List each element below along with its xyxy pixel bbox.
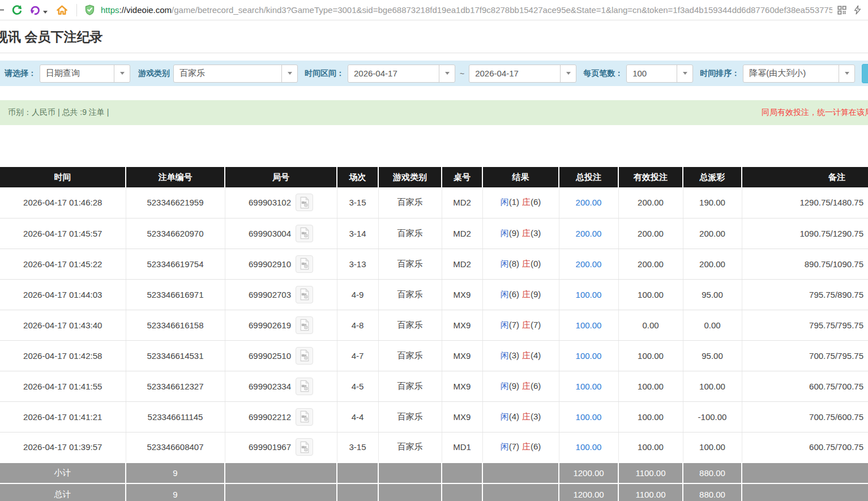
header-bet-id: 注单编号 bbox=[126, 167, 225, 187]
cell-payout: 95.00 bbox=[683, 340, 742, 371]
total-bet-link[interactable]: 100.00 bbox=[576, 351, 602, 361]
total-bet-link[interactable]: 100.00 bbox=[576, 442, 602, 452]
date-to-select[interactable]: 2026-04-17 bbox=[469, 65, 576, 83]
cell-remark: 890.75/1090.75 bbox=[742, 249, 868, 279]
banker-label: 庄 bbox=[522, 228, 531, 238]
player-points: (4) bbox=[509, 412, 519, 421]
player-label: 闲 bbox=[501, 259, 509, 268]
subtotal-label: 小计 bbox=[0, 463, 126, 483]
cell-time: 2026-04-17 01:39:57 bbox=[0, 432, 126, 463]
round-number: 699902212 bbox=[249, 412, 291, 422]
total-bet-link[interactable]: 100.00 bbox=[576, 382, 602, 391]
cell-round: 699902910 bbox=[225, 249, 337, 279]
video-replay-button[interactable] bbox=[296, 378, 313, 395]
cell-session: 4-9 bbox=[337, 279, 378, 310]
player-points: (7) bbox=[509, 320, 519, 329]
cell-total-bet: 100.00 bbox=[559, 279, 618, 310]
video-replay-button[interactable] bbox=[296, 408, 313, 426]
search-button[interactable]: 查询 bbox=[862, 64, 868, 83]
total-bet-link[interactable]: 200.00 bbox=[576, 198, 602, 207]
banker-label: 庄 bbox=[522, 197, 531, 207]
range-separator: ~ bbox=[460, 69, 464, 78]
page-size-select[interactable]: 100 bbox=[626, 65, 693, 83]
cell-total-bet: 100.00 bbox=[559, 371, 618, 401]
banker-label: 庄 bbox=[522, 350, 531, 360]
cell-result: 闲(6)庄(9) bbox=[482, 279, 559, 310]
cell-table-no: MX9 bbox=[442, 371, 482, 401]
sort-select[interactable]: 降幂(由大到小) bbox=[743, 65, 855, 83]
video-replay-button[interactable] bbox=[296, 194, 313, 211]
player-label: 闲 bbox=[501, 320, 509, 329]
query-type-select[interactable]: 日期查询 bbox=[40, 65, 130, 83]
chevron-down-icon bbox=[677, 65, 692, 82]
video-replay-button[interactable] bbox=[296, 255, 313, 273]
total-bet-link[interactable]: 200.00 bbox=[576, 229, 602, 238]
video-file-icon bbox=[299, 227, 310, 239]
cell-game-type: 百家乐 bbox=[378, 279, 442, 310]
security-shield-icon[interactable] bbox=[84, 4, 96, 16]
undo-button[interactable] bbox=[29, 4, 48, 16]
banker-points: (0) bbox=[531, 259, 541, 268]
cell-remark: 700.75/600.75 bbox=[742, 401, 868, 432]
cell-table-no: MX9 bbox=[442, 401, 482, 432]
banker-label: 庄 bbox=[522, 381, 531, 391]
video-file-icon bbox=[299, 380, 310, 392]
cell-valid-bet: 200.00 bbox=[618, 218, 683, 249]
cell-session: 3-15 bbox=[337, 187, 378, 218]
total-bet-link[interactable]: 200.00 bbox=[576, 259, 602, 269]
cell-bet-id: 523346621959 bbox=[126, 187, 225, 218]
qr-code-icon[interactable] bbox=[837, 5, 847, 15]
total-bet-link[interactable]: 100.00 bbox=[576, 412, 602, 422]
total-label: 总计 bbox=[0, 483, 126, 501]
total-row: 总计 9 1200.00 1100.00 880.00 bbox=[0, 483, 868, 501]
cell-game-type: 百家乐 bbox=[378, 371, 442, 401]
page-title: 视讯 会员下注纪录 bbox=[0, 28, 868, 46]
cell-remark: 600.75/700.75 bbox=[742, 371, 868, 401]
table-row: 2026-04-17 01:45:57 523346620970 6999030… bbox=[0, 218, 868, 249]
cell-valid-bet: 100.00 bbox=[618, 279, 683, 310]
cell-round: 699901967 bbox=[225, 432, 337, 463]
cell-session: 3-14 bbox=[337, 218, 378, 249]
cell-payout: 0.00 bbox=[683, 310, 742, 340]
time-range-label: 时间区间： bbox=[305, 68, 344, 79]
video-file-icon bbox=[299, 349, 310, 362]
total-count: 9 bbox=[126, 483, 225, 501]
video-replay-button[interactable] bbox=[296, 438, 313, 456]
total-bet-link[interactable]: 100.00 bbox=[576, 290, 602, 299]
cell-game-type: 百家乐 bbox=[378, 218, 442, 249]
video-replay-button[interactable] bbox=[296, 225, 313, 242]
cell-valid-bet: 100.00 bbox=[618, 401, 683, 432]
video-replay-button[interactable] bbox=[296, 286, 313, 303]
cell-payout: 200.00 bbox=[683, 249, 742, 279]
player-label: 闲 bbox=[501, 228, 509, 238]
banker-label: 庄 bbox=[522, 442, 531, 451]
round-number: 699902703 bbox=[249, 290, 291, 299]
cell-time: 2026-04-17 01:45:57 bbox=[0, 218, 126, 249]
cell-game-type: 百家乐 bbox=[378, 432, 442, 463]
date-to-value: 2026-04-17 bbox=[469, 65, 560, 82]
valid-bet-notice: 同局有效投注，统一计算在该局 bbox=[762, 100, 868, 125]
cell-session: 4-8 bbox=[337, 310, 378, 340]
cell-table-no: MX9 bbox=[442, 279, 482, 310]
cell-payout: 200.00 bbox=[683, 218, 742, 249]
video-replay-button[interactable] bbox=[296, 347, 313, 365]
cell-remark: 700.75/795.75 bbox=[742, 340, 868, 371]
query-type-label: 请选择： bbox=[5, 68, 36, 79]
lightning-icon[interactable] bbox=[853, 5, 862, 15]
video-replay-button[interactable] bbox=[296, 316, 313, 334]
cell-payout: 95.00 bbox=[683, 279, 742, 310]
cell-remark: 795.75/890.75 bbox=[742, 279, 868, 310]
url-path: /game/betrecord_search/kind3?GameType=30… bbox=[172, 5, 832, 15]
clipped-back-menu-icon[interactable] bbox=[0, 9, 4, 11]
game-category-select[interactable]: 百家乐 bbox=[173, 65, 298, 83]
date-from-select[interactable]: 2026-04-17 bbox=[348, 65, 455, 83]
refresh-icon[interactable] bbox=[11, 4, 23, 16]
banker-label: 庄 bbox=[522, 412, 531, 421]
url-bar[interactable]: https://videoie.com/game/betrecord_searc… bbox=[101, 5, 832, 15]
home-icon[interactable] bbox=[55, 3, 69, 16]
cell-valid-bet: 200.00 bbox=[618, 187, 683, 218]
total-bet-link[interactable]: 100.00 bbox=[576, 320, 602, 330]
cell-game-type: 百家乐 bbox=[378, 401, 442, 432]
cell-result: 闲(3)庄(4) bbox=[482, 340, 559, 371]
cell-payout: 190.00 bbox=[683, 187, 742, 218]
